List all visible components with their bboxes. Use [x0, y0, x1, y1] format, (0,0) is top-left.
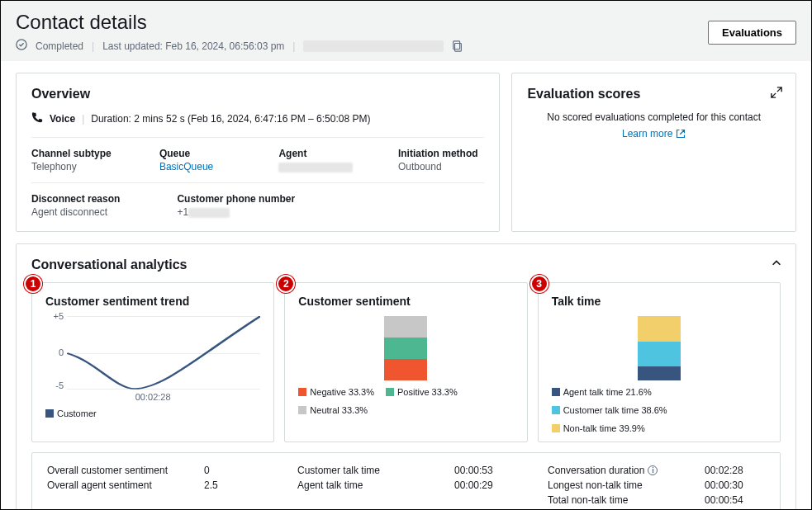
expand-icon[interactable]: [771, 87, 782, 101]
agent-value: [278, 161, 364, 172]
overview-panel: Overview Voice | Duration: 2 mins 52 s (…: [16, 73, 500, 232]
page-subheader: Completed | Last updated: Feb 16, 2024, …: [16, 39, 796, 53]
duration-label: Duration: 2 mins 52 s (Feb 16, 2024, 6:4…: [91, 113, 370, 125]
status-icon: [16, 39, 27, 53]
legend-agent-talk: Agent talk time 21.6%: [552, 387, 652, 397]
callout-1: 1: [24, 275, 42, 293]
overall-agent-sentiment: Overall agent sentiment 2.5: [47, 479, 264, 491]
trend-title: Customer sentiment trend: [45, 295, 260, 308]
trend-time-label: 00:02:28: [45, 392, 260, 402]
total-nontalk-time: Total non-talk time 00:00:54: [548, 494, 765, 506]
agent-label: Agent: [278, 148, 364, 159]
legend-positive: Positive 33.3%: [386, 387, 458, 397]
channel-subtype-value: Telephony: [31, 161, 126, 172]
legend-nontalk: Non-talk time 39.9%: [552, 423, 645, 433]
talk-stack: [638, 316, 681, 380]
page-header: Contact details Completed | Last updated…: [1, 1, 811, 61]
trend-line: [67, 316, 260, 390]
last-updated-text: Last updated: Feb 16, 2024, 06:56:03 pm: [102, 40, 284, 52]
copy-icon[interactable]: [452, 40, 463, 52]
disconnect-label: Disconnect reason: [31, 193, 144, 205]
longest-nontalk-link[interactable]: 00:00:30: [705, 479, 743, 491]
seg-nontalk: [638, 316, 681, 342]
initiation-value: Outbound: [398, 161, 484, 172]
legend-customer: Customer: [45, 408, 97, 418]
phone-icon: [31, 111, 43, 125]
legend-neutral: Neutral 33.3%: [298, 405, 368, 415]
seg-neutral: [384, 316, 427, 338]
customer-talk-time: Customer talk time 00:00:53: [297, 465, 515, 476]
conversation-duration: Conversation durationi 00:02:28: [548, 465, 765, 476]
seg-agent-talk: [638, 366, 681, 380]
summary-row: Overall customer sentiment 0 Overall age…: [31, 452, 781, 510]
separator: |: [92, 40, 94, 52]
page-title: Contact details: [16, 11, 796, 34]
eval-title: Evaluation scores: [527, 87, 781, 102]
status-text: Completed: [36, 40, 83, 52]
y-tick-0: 0: [45, 347, 64, 357]
customer-sentiment-card: 2 Customer sentiment Negative 33.3% Posi…: [284, 282, 527, 442]
longest-nontalk-time: Longest non-talk time 00:00:30: [548, 479, 765, 491]
callout-3: 3: [530, 275, 548, 293]
customer-sentiment-trend-card: 1 Customer sentiment trend +5 0 -5 00:02…: [31, 282, 274, 442]
contact-id-redacted: [303, 40, 444, 52]
conv-title: Conversational analytics: [31, 257, 781, 272]
sentiment-stack: [384, 316, 427, 380]
queue-label: Queue: [159, 148, 245, 159]
channel-subtype-label: Channel subtype: [31, 148, 126, 159]
y-tick-minus5: -5: [45, 380, 64, 390]
chevron-up-icon[interactable]: [771, 257, 782, 272]
separator: |: [82, 113, 84, 125]
eval-empty-text: No scored evaluations completed for this…: [547, 111, 761, 123]
phone-label: Customer phone number: [177, 193, 484, 205]
overall-customer-sentiment: Overall customer sentiment 0: [47, 465, 264, 476]
disconnect-value: Agent disconnect: [31, 206, 144, 218]
talk-title: Talk time: [552, 295, 767, 308]
queue-value-link[interactable]: BasicQueue: [159, 161, 245, 172]
overview-title: Overview: [31, 87, 484, 102]
conversational-analytics-panel: Conversational analytics 1 Customer sent…: [16, 243, 796, 510]
phone-value: +1: [177, 206, 484, 218]
evaluations-button[interactable]: Evaluations: [708, 21, 796, 45]
evaluation-scores-panel: Evaluation scores No scored evaluations …: [511, 73, 796, 232]
voice-row: Voice | Duration: 2 mins 52 s (Feb 16, 2…: [31, 111, 484, 125]
separator: |: [292, 40, 295, 52]
channel-label: Voice: [50, 113, 75, 125]
callout-2: 2: [277, 275, 295, 293]
legend-customer-talk: Customer talk time 38.6%: [552, 405, 667, 415]
legend-negative: Negative 33.3%: [298, 387, 374, 397]
info-icon[interactable]: i: [648, 465, 658, 475]
sentiment-title: Customer sentiment: [298, 295, 513, 308]
initiation-label: Initiation method: [398, 148, 484, 159]
seg-negative: [384, 359, 427, 380]
y-tick-plus5: +5: [45, 311, 64, 321]
talk-time-card: 3 Talk time Agent talk time 21.6% Custom…: [538, 282, 781, 442]
seg-customer-talk: [638, 342, 681, 366]
external-link-icon: [676, 129, 686, 139]
agent-talk-time: Agent talk time 00:00:29: [297, 479, 515, 491]
trend-chart: +5 0 -5: [45, 316, 260, 390]
seg-positive: [384, 338, 427, 359]
learn-more-link[interactable]: Learn more: [622, 128, 686, 139]
